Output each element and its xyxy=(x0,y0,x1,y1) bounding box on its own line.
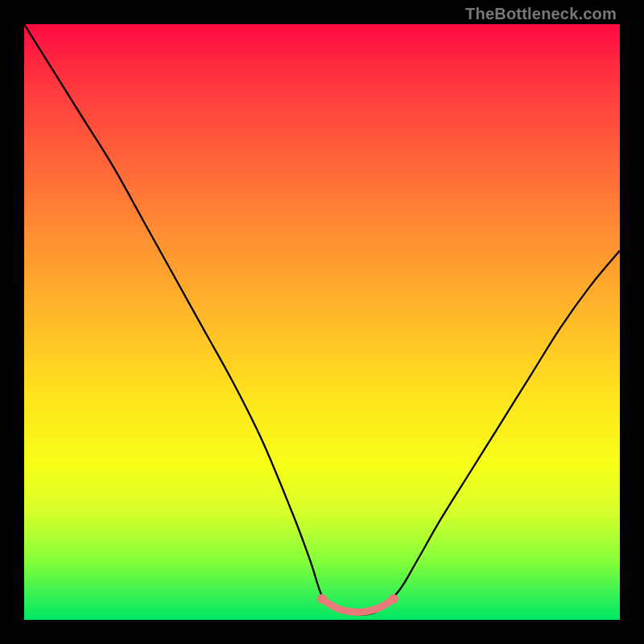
curve-layer xyxy=(24,24,620,620)
watermark-text: TheBottleneck.com xyxy=(465,5,617,23)
minimum-highlight xyxy=(322,599,394,612)
chart-frame: TheBottleneck.com xyxy=(0,0,644,644)
highlight-dot-left xyxy=(317,594,327,604)
bottleneck-curve xyxy=(24,24,620,615)
highlight-dot-right xyxy=(389,594,398,604)
plot-area xyxy=(24,24,620,620)
